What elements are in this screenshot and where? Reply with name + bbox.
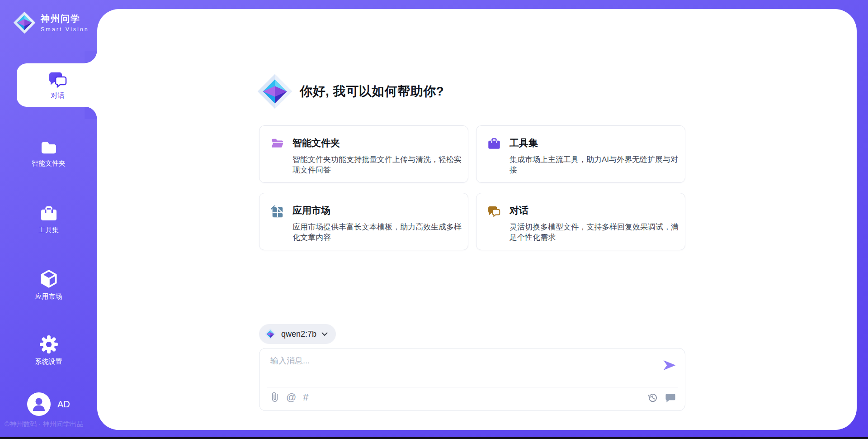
main-panel: 你好, 我可以如何帮助你? 智能文件夹 智能文件夹功能支持批量文件上传与清洗，轻…	[97, 9, 857, 430]
send-button[interactable]	[661, 359, 678, 372]
greeting-diamond-icon	[256, 73, 293, 110]
app-subtitle: Smart Vision	[41, 26, 89, 33]
chat-bubbles-icon	[48, 71, 68, 89]
toolbox-icon	[40, 205, 58, 222]
sidebar-item-chat[interactable]: 对话	[17, 63, 99, 107]
grid-cube-icon	[270, 205, 284, 219]
topic-hash-icon[interactable]: #	[303, 392, 308, 403]
card-title: 应用市场	[292, 204, 467, 217]
model-diamond-icon	[264, 328, 276, 340]
feature-cards: 智能文件夹 智能文件夹功能支持批量文件上传与清洗，轻松实现文件问答 工具集 集成…	[259, 125, 685, 250]
sidebar-item-app-market[interactable]: 应用市场	[0, 265, 97, 305]
composer-tools-right	[647, 392, 676, 403]
model-selector[interactable]: qwen2:7b	[259, 324, 336, 344]
briefcase-icon	[487, 138, 501, 150]
composer-divider	[267, 387, 678, 387]
card-description: 集成市场上主流工具，助力AI与外界无缝扩展与对接	[509, 154, 684, 175]
history-icon[interactable]	[647, 392, 658, 403]
user-profile[interactable]: AD	[27, 392, 70, 416]
feature-card-app-market[interactable]: 应用市场 应用市场提供丰富长文本模板，助力高效生成多样化文章内容	[259, 193, 468, 250]
tab-fillet-top	[85, 51, 97, 63]
folder-icon	[39, 140, 58, 155]
copyright: ©神州数码 · 神州问学出品	[5, 420, 99, 429]
brand-diamond-icon	[13, 11, 36, 34]
message-input[interactable]	[270, 355, 646, 382]
sidebar-item-label: 对话	[51, 91, 65, 100]
card-description: 应用市场提供丰富长文本模板，助力高效生成多样化文章内容	[292, 222, 467, 243]
cube-icon	[39, 269, 58, 288]
chevron-down-icon	[321, 332, 328, 336]
card-description: 智能文件夹功能支持批量文件上传与清洗，轻松实现文件问答	[292, 154, 467, 175]
feature-card-chat[interactable]: 对话 灵活切换多模型文件，支持多样回复效果调试，满足个性化需求	[476, 193, 685, 250]
feature-card-toolset[interactable]: 工具集 集成市场上主流工具，助力AI与外界无缝扩展与对接	[476, 125, 685, 183]
user-name: AD	[57, 399, 70, 410]
sidebar-item-smart-folder[interactable]: 智能文件夹	[0, 134, 97, 174]
greeting-title: 你好, 我可以如何帮助你?	[300, 83, 444, 100]
sidebar-item-label: 智能文件夹	[32, 159, 66, 168]
sidebar-item-label: 工具集	[38, 226, 59, 234]
card-title: 工具集	[509, 137, 684, 149]
card-title: 智能文件夹	[292, 137, 467, 149]
folder-open-icon	[270, 138, 284, 149]
sidebar-item-settings[interactable]: 系统设置	[0, 331, 97, 371]
app-root: 神州问学 Smart Vision 对话 智能文件夹	[0, 0, 868, 439]
send-icon	[663, 359, 676, 371]
card-title: 对话	[509, 204, 684, 217]
gear-icon	[40, 335, 58, 353]
app-logo: 神州问学 Smart Vision	[13, 11, 89, 34]
app-title: 神州问学	[41, 13, 89, 25]
sidebar-item-toolset[interactable]: 工具集	[0, 200, 97, 240]
window-bottom-edge	[0, 437, 868, 439]
sidebar-item-label: 系统设置	[35, 358, 62, 366]
chat-bubbles-icon	[487, 205, 501, 218]
card-description: 灵活切换多模型文件，支持多样回复效果调试，满足个性化需求	[509, 222, 684, 243]
sidebar-item-label: 应用市场	[35, 292, 62, 301]
greeting: 你好, 我可以如何帮助你?	[256, 73, 444, 110]
message-input-box: @ #	[259, 348, 685, 411]
composer-tools-left: @ #	[270, 391, 309, 403]
chat-bubble-icon[interactable]	[665, 392, 676, 403]
model-name: qwen2:7b	[281, 329, 316, 339]
avatar	[27, 392, 51, 416]
feature-card-smart-folder[interactable]: 智能文件夹 智能文件夹功能支持批量文件上传与清洗，轻松实现文件问答	[259, 125, 468, 183]
tab-fillet-bottom	[85, 106, 97, 119]
attachment-icon[interactable]	[270, 391, 279, 403]
mention-icon[interactable]: @	[286, 392, 296, 403]
